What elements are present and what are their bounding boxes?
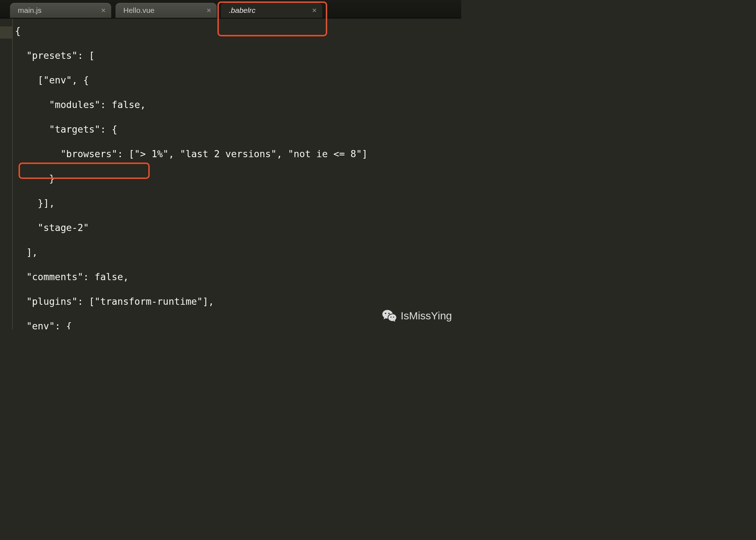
code-line: ["env", { [15, 74, 459, 87]
gutter [0, 19, 12, 329]
code-line: "stage-2" [15, 222, 459, 234]
editor-pane[interactable]: { "presets": [ ["env", { "modules": fals… [0, 19, 461, 329]
watermark-text: IsMissYing [401, 310, 452, 322]
code-line: } [15, 173, 459, 185]
svg-point-3 [393, 317, 394, 318]
code-line: "modules": false, [15, 99, 459, 111]
code-line: ], [15, 246, 459, 259]
tab-label: main.js [18, 6, 42, 15]
svg-point-2 [390, 317, 391, 318]
code-line: { [15, 25, 459, 37]
code-area[interactable]: { "presets": [ ["env", { "modules": fals… [13, 19, 461, 329]
tab-main-js[interactable]: main.js [10, 3, 111, 18]
code-line: }], [15, 197, 459, 210]
watermark: IsMissYing [381, 308, 452, 324]
code-line: "plugins": ["transform-runtime"], [15, 295, 459, 308]
close-icon[interactable] [312, 7, 317, 13]
gutter-active-line [0, 26, 12, 38]
svg-point-1 [388, 313, 390, 314]
tab-bar: main.js Hello.vue .babelrc [0, 0, 461, 19]
close-icon[interactable] [206, 7, 212, 13]
tab-hello-vue[interactable]: Hello.vue [115, 3, 217, 18]
svg-point-0 [385, 313, 386, 314]
tab-label: .babelrc [229, 6, 256, 15]
close-icon[interactable] [101, 7, 106, 13]
wechat-icon [381, 308, 397, 324]
tab-label: Hello.vue [123, 6, 155, 15]
code-line: "presets": [ [15, 50, 459, 62]
tab-babelrc[interactable]: .babelrc [221, 3, 322, 18]
code-line: "browsers": ["> 1%", "last 2 versions", … [15, 148, 459, 160]
code-line: "comments": false, [15, 271, 459, 283]
code-line: "targets": { [15, 123, 459, 136]
